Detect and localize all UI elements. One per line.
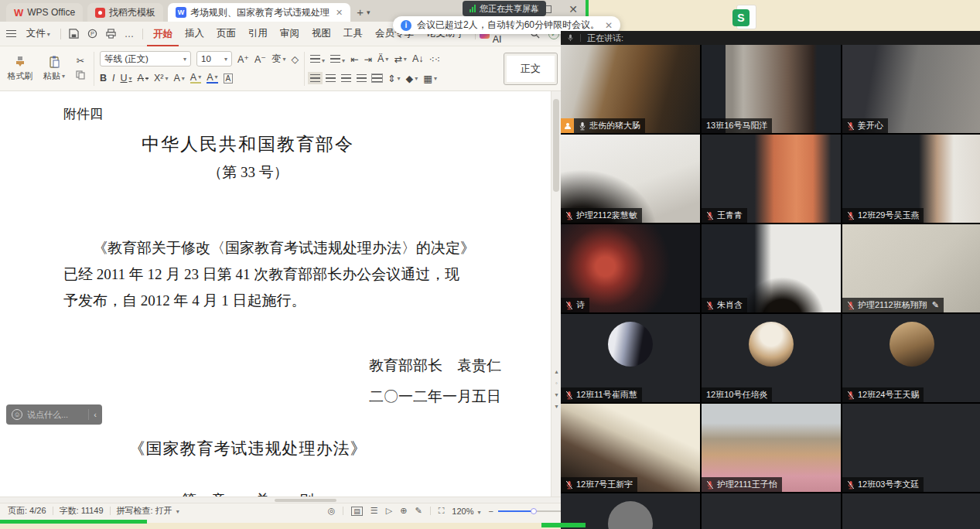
participant-tile[interactable]: 护理2111王子怡 xyxy=(702,404,841,492)
menu-file[interactable]: 文件▾ xyxy=(20,27,56,40)
more-commands-icon[interactable]: … xyxy=(123,28,135,40)
participant-tile[interactable]: 姜开心 xyxy=(842,45,980,133)
eye-protect-icon[interactable]: ◎ xyxy=(328,506,336,516)
edit-mode-icon[interactable]: ✎ xyxy=(415,506,422,516)
underline-button[interactable]: U▾ xyxy=(121,73,132,84)
bullet-list-button[interactable]: ▾ xyxy=(310,52,325,66)
participant-tile[interactable]: 12班10号任培炎 xyxy=(702,314,841,402)
font-color-button[interactable]: A▾ xyxy=(207,73,217,84)
document-page[interactable]: 附件四 中华人民共和国教育部令 （第 33 号） 《教育部关于修改〈国家教育考试… xyxy=(0,91,589,497)
web-view-icon[interactable]: ⊕ xyxy=(400,506,407,516)
show-marks-icon[interactable]: ⁖⁖ xyxy=(429,53,440,65)
vertical-scroll-thumb[interactable] xyxy=(553,99,559,192)
horizontal-scrollbar[interactable] xyxy=(0,497,589,503)
superscript-button[interactable]: X²▾ xyxy=(154,73,169,84)
paste-button[interactable]: 粘贴▾ xyxy=(39,49,70,88)
participant-tile[interactable]: 12班03号李文廷 xyxy=(842,404,980,492)
shrink-font-icon[interactable]: A⁻ xyxy=(254,53,266,65)
align-center-button[interactable] xyxy=(326,71,336,85)
participant-tile[interactable]: 护理2112裴慧敏 xyxy=(561,135,700,223)
menu-item[interactable]: 审阅 xyxy=(274,27,306,40)
strikethrough-button[interactable]: A▾ xyxy=(138,73,149,84)
tab-current-document[interactable]: W 考场规则、国家教育考试违规处理 ✕ xyxy=(168,3,350,22)
word-count[interactable]: 字数: 11149 xyxy=(60,505,104,517)
emoji-icon[interactable]: ☺ xyxy=(12,409,22,420)
grow-font-icon[interactable]: A⁺ xyxy=(237,53,249,65)
font-size-select[interactable]: 10▾ xyxy=(196,51,232,67)
participant-tile[interactable] xyxy=(702,493,841,529)
menu-item[interactable]: 视图 xyxy=(306,27,337,40)
close-tab-icon[interactable]: ✕ xyxy=(336,8,343,18)
participant-tile[interactable]: 12班11号崔雨慧 xyxy=(561,314,700,402)
participant-tile[interactable]: 12班24号王天赐 xyxy=(842,314,980,402)
participant-tile[interactable]: 王青青 xyxy=(702,135,841,223)
read-mode-icon[interactable]: ▷ xyxy=(386,506,392,516)
zoom-level[interactable]: 120% ▾ xyxy=(452,507,480,516)
copy-icon[interactable] xyxy=(76,69,85,83)
menu-item[interactable]: 页面 xyxy=(210,27,242,40)
spellcheck-status[interactable]: 拼写检查: 打开 ▾ xyxy=(117,505,179,517)
outline-view-icon[interactable]: ☰ xyxy=(370,506,378,516)
desktop-spreadsheet-file-icon[interactable]: S xyxy=(736,5,756,29)
page-indicator[interactable]: 页面: 4/26 xyxy=(8,505,46,517)
next-page-icon[interactable]: ▾ xyxy=(555,391,558,398)
participant-tile[interactable]: 12班7号王新宇 xyxy=(561,404,700,492)
window-close-button[interactable]: ✕ xyxy=(569,3,578,15)
bold-button[interactable]: B xyxy=(100,73,107,84)
zoom-knob[interactable] xyxy=(531,508,537,514)
align-left-button[interactable] xyxy=(310,71,320,85)
menu-item[interactable]: 插入 xyxy=(179,27,210,40)
hamburger-icon[interactable] xyxy=(6,30,16,37)
export-pdf-icon[interactable]: P xyxy=(87,28,99,40)
chat-input-placeholder[interactable]: 说点什么... xyxy=(27,409,84,421)
toast-close-icon[interactable]: ✕ xyxy=(605,20,613,31)
clear-format-icon[interactable]: ◇ xyxy=(291,53,299,65)
zoom-out-icon[interactable]: − xyxy=(489,507,493,516)
save-icon[interactable] xyxy=(68,28,80,40)
scroll-down-icon[interactable]: ▾ xyxy=(555,403,558,410)
phonetic-guide-icon[interactable]: Ä▾ xyxy=(377,53,388,64)
participant-tile[interactable]: 12班29号吴玉燕 xyxy=(842,135,980,223)
format-painter-button[interactable]: 格式刷 xyxy=(5,49,36,88)
participant-tile[interactable]: 13班16号马阳洋 xyxy=(702,45,841,133)
new-tab-button[interactable]: + xyxy=(357,5,364,19)
horizontal-scroll-thumb[interactable] xyxy=(275,499,336,502)
participant-tile[interactable]: 护理2112班杨翔翔✎ xyxy=(842,224,980,312)
text-direction-icon[interactable]: ⇄▾ xyxy=(394,53,407,65)
participant-tile[interactable]: 朱肖含 xyxy=(702,224,841,312)
text-effects-icon[interactable]: 变▾ xyxy=(271,53,286,66)
shading-button[interactable]: ◆▾ xyxy=(406,73,418,84)
print-icon[interactable] xyxy=(104,28,117,40)
distribute-button[interactable] xyxy=(372,71,382,85)
align-right-button[interactable] xyxy=(341,71,351,85)
sort-icon[interactable]: A↓ xyxy=(412,53,424,64)
browse-object-icon[interactable]: ◦ xyxy=(555,380,558,387)
number-list-button[interactable]: ▾ xyxy=(330,52,345,66)
tab-docer-templates[interactable]: 找稻壳模板 xyxy=(87,3,163,22)
justify-button[interactable] xyxy=(357,71,367,85)
increase-indent-icon[interactable]: ⇥ xyxy=(364,53,372,65)
participant-tile[interactable]: 诗 xyxy=(561,224,700,312)
font-name-select[interactable]: 等线 (正文)▾ xyxy=(100,51,191,67)
menu-item[interactable]: 引用 xyxy=(242,27,274,40)
page-view-icon[interactable]: ▤ xyxy=(351,507,363,516)
borders-button[interactable]: ▦▾ xyxy=(423,73,437,84)
participant-tile[interactable]: 悲伤的猪大肠 xyxy=(561,45,700,133)
tab-wps-office[interactable]: W WPS Office xyxy=(6,3,83,22)
tab-list-chevron-icon[interactable]: ▾ xyxy=(367,9,370,16)
cut-icon[interactable]: ✂ xyxy=(77,55,84,67)
decrease-indent-icon[interactable]: ⇤ xyxy=(350,53,358,65)
vertical-scrollbar[interactable]: ▴ ◦ ▾ ▾ xyxy=(551,91,561,497)
participant-tile[interactable] xyxy=(842,493,980,529)
paragraph-style-box[interactable]: 正文 xyxy=(504,53,558,85)
highlight-button[interactable]: A▾ xyxy=(190,73,201,84)
meeting-chat-bubble[interactable]: ☺ 说点什么... ‹ xyxy=(6,404,102,425)
italic-button[interactable]: I xyxy=(112,73,114,84)
line-spacing-button[interactable]: ⇕▾ xyxy=(388,73,401,84)
menu-item[interactable]: 工具 xyxy=(337,27,369,40)
fit-page-icon[interactable]: ⛶ xyxy=(439,506,445,516)
text-outline-button[interactable]: A▾ xyxy=(173,73,184,84)
menu-item[interactable]: 开始 xyxy=(147,28,179,46)
collapse-chat-icon[interactable]: ‹ xyxy=(94,410,97,419)
prev-page-icon[interactable]: ▴ xyxy=(555,368,558,375)
